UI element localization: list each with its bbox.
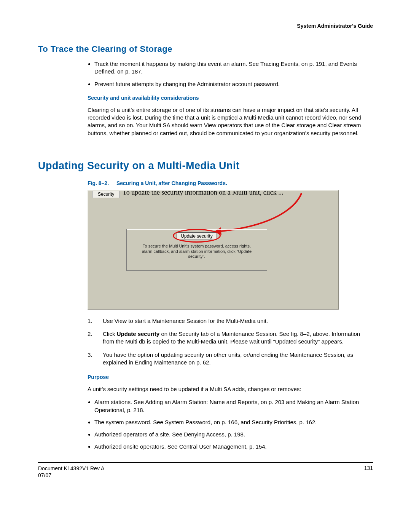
figure-panel: Security To update the security informat… <box>88 190 339 310</box>
step-text: Use View to start a Maintenance Session … <box>103 317 268 325</box>
figure: Security To update the security informat… <box>88 190 339 310</box>
page: System Administrator's Guide To Trace th… <box>0 0 411 532</box>
list-item: The system password. See System Password… <box>94 419 373 426</box>
security-considerations-text: Clearing of a unit's entire storage or o… <box>88 106 373 137</box>
list-item: Authorized operators of a site. See Deny… <box>94 431 373 438</box>
footer-doc-id: Document K14392V1 Rev A <box>38 465 104 472</box>
figure-number: Fig. 8–2. <box>88 180 115 186</box>
purpose-intro: A unit's security settings need to be up… <box>88 385 373 393</box>
security-tab[interactable]: Security <box>92 190 120 198</box>
figure-inner-panel: Update security To secure the Multi Unit… <box>126 229 267 271</box>
step-text: You have the option of updating security… <box>103 351 373 367</box>
purpose-heading: Purpose <box>88 374 373 380</box>
footer-rule <box>38 462 373 463</box>
figure-annotation: To update the security information on a … <box>123 190 284 197</box>
list-item: 2. Click Update security on the Security… <box>88 330 373 346</box>
list-item: Alarm stations. See Adding an Alarm Stat… <box>94 398 373 414</box>
heading-trace-clearing: To Trace the Clearing of Storage <box>38 44 373 54</box>
purpose-bullets: Alarm stations. See Adding an Alarm Stat… <box>88 398 373 451</box>
list-item: 3. You have the option of updating secur… <box>88 351 373 367</box>
figure-title: Securing a Unit, after Changing Password… <box>116 180 227 186</box>
step-text-bold: Update security <box>117 331 160 337</box>
heading-updating-security: Updating Security on a Multi-Media Unit <box>38 160 373 172</box>
update-security-button[interactable]: Update security <box>177 232 217 240</box>
figure-section: Fig. 8–2. Securing a Unit, after Changin… <box>88 180 373 451</box>
list-item: Authorized onsite operators. See Central… <box>94 443 373 451</box>
procedure-steps: 1. Use View to start a Maintenance Sessi… <box>88 317 373 366</box>
security-considerations-heading: Security and unit availability considera… <box>88 95 373 101</box>
footer-date: 07/07 <box>38 472 104 479</box>
list-item: Prevent future attempts by changing the … <box>94 80 373 88</box>
figure-description: To secure the Multi Unit's system passwo… <box>140 244 254 259</box>
trace-bullets: Track the moment it happens by making th… <box>88 60 373 88</box>
list-item: 1. Use View to start a Maintenance Sessi… <box>88 317 373 325</box>
trace-section: Track the moment it happens by making th… <box>88 60 373 137</box>
list-item: Track the moment it happens by making th… <box>94 60 373 76</box>
step-text-before: Click <box>103 331 117 337</box>
step-number: 1. <box>88 317 103 325</box>
step-number: 3. <box>88 351 103 367</box>
step-number: 2. <box>88 330 103 346</box>
running-head: System Administrator's Guide <box>38 23 373 29</box>
page-footer: Document K14392V1 Rev A 07/07 131 <box>38 465 373 479</box>
footer-page-number: 131 <box>364 465 373 479</box>
figure-caption: Fig. 8–2. Securing a Unit, after Changin… <box>88 180 373 186</box>
step-text: Click Update security on the Security ta… <box>103 330 373 346</box>
